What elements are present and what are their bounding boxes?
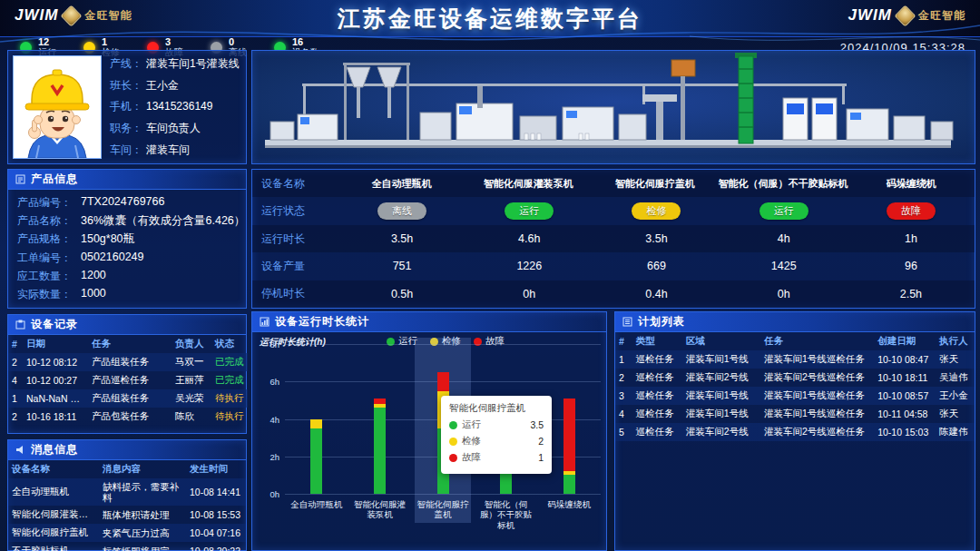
device-name-row: 设备名称 全自动理瓶机 智能化伺服灌装泵机 智能化伺服拧盖机 智能化（伺服）不干… <box>252 170 975 197</box>
product-info-panel: 产品信息 产品编号：7TX2024769766 产品名称：36%微囊（有效成分含… <box>7 169 247 309</box>
messages-titlebar: 消息信息 <box>8 440 246 460</box>
bar-segment-运行[interactable] <box>374 408 386 494</box>
document-icon <box>15 174 25 184</box>
bar-segment-故障[interactable] <box>564 398 575 471</box>
actual-qty-row: 实际数量：1000 <box>17 287 237 302</box>
brand-diamond-icon <box>894 5 916 26</box>
gridline <box>285 494 601 495</box>
status-badge: 运行 <box>505 202 554 220</box>
tooltip-row: 运行3.5 <box>449 418 544 431</box>
tooltip-fault-dot <box>449 454 457 462</box>
table-row: 3巡检任务灌装车间1号线灌装车间1号线巡检任务10-10 08:57王小金 <box>615 387 975 405</box>
downtime-row: 停机时长 0.5h 0h 0.4h 0h 2.5h <box>252 280 975 308</box>
y-tick-label: 4h <box>256 415 279 425</box>
x-axis-label: 全自动理瓶机 <box>287 499 347 509</box>
product-fields: 产品编号：7TX2024769766 产品名称：36%微囊（有效成分含量6.42… <box>8 190 246 308</box>
header-bar: JWIM 金旺智能 江苏金旺设备运维数字平台 JWIM 金旺智能 <box>0 0 980 37</box>
table-row: 1NaN-NaN NaN产品组装任务吴光荣待执行 <box>8 389 248 408</box>
jwim-logo: JWIM <box>848 6 892 25</box>
y-tick-label: 6h <box>256 377 279 387</box>
production-line-panel <box>251 50 975 164</box>
device-total-count: 16 <box>292 37 319 48</box>
status-badge: 故障 <box>887 202 936 220</box>
tooltip-row: 故障1 <box>449 451 544 464</box>
offline-count: 0 <box>229 37 247 48</box>
fault-count: 3 <box>165 37 183 48</box>
table-row: 2巡检任务灌装车间2号线灌装车间2号线巡检任务10-10 18:11吴迪伟 <box>615 369 975 387</box>
operator-leader-row: 班长：王小金 <box>110 80 241 92</box>
tooltip-maintenance-dot <box>449 438 457 446</box>
table-row: 410-12 00:27产品巡检任务王丽萍已完成 <box>8 371 248 389</box>
table-row: 全自动理瓶机缺料提示，需要补料10-08 14:41 <box>8 478 246 506</box>
x-axis-label: 码垛缠绕机 <box>539 499 599 509</box>
operator-fields: 产线：灌装车间1号灌装线 班长：王小金 手机：13415236149 职务：车间… <box>110 55 241 159</box>
bar-segment-故障[interactable] <box>374 398 386 404</box>
status-badge: 检修 <box>632 202 681 220</box>
plan-list-table: #类型区域任务创建日期执行人 1巡检任务灌装车间1号线灌装车间1号线巡检任务10… <box>615 332 975 441</box>
operator-card: 产线：灌装车间1号灌装线 班长：王小金 手机：13415236149 职务：车间… <box>7 50 247 164</box>
x-axis-label: 智能化（伺服）不干胶贴标机 <box>476 499 536 530</box>
product-name-row: 产品名称：36%微囊（有效成分含量6.426） <box>17 213 237 229</box>
product-info-title: 产品信息 <box>31 172 78 187</box>
run-status-row: 运行状态 离线 运行 检修 运行 故障 <box>252 197 975 224</box>
runtime-row: 运行时长 3.5h 4.6h 3.5h 4h 1h <box>252 225 975 252</box>
plan-list-title: 计划列表 <box>638 314 685 330</box>
device-records-titlebar: 设备记录 <box>8 315 246 335</box>
device-records-header: #日期任务负责人状态 <box>8 335 248 353</box>
status-badge: 运行 <box>760 202 808 220</box>
operator-workshop-row: 车间：灌装车间 <box>110 144 241 156</box>
x-axis-label: 智能化伺服拧盖机 <box>413 499 473 520</box>
planned-qty-row: 应工数量：1200 <box>17 269 237 284</box>
gridline <box>285 344 601 345</box>
bar-segment-运行[interactable] <box>564 475 575 494</box>
bar-segment-检修[interactable] <box>310 419 322 428</box>
brand-name: 金旺智能 <box>918 8 965 24</box>
operator-line-row: 产线：灌装车间1号灌装线 <box>110 58 241 70</box>
status-badge: 待执行 <box>211 408 248 426</box>
x-axis-label: 智能化伺服灌装泵机 <box>350 499 410 520</box>
table-row: 210-12 08:12产品组装任务马双一已完成 <box>8 353 248 371</box>
operator-phone-row: 手机：13415236149 <box>110 101 241 113</box>
y-tick-label: 8h <box>256 339 279 349</box>
status-badge: 已完成 <box>211 371 248 389</box>
messages-header: 设备名称消息内容发生时间 <box>8 460 246 478</box>
maintenance-count: 1 <box>102 37 120 48</box>
plan-list-header: #类型区域任务创建日期执行人 <box>615 332 975 350</box>
chart-plot-area[interactable]: 0h2h4h6h8h全自动理瓶机智能化伺服灌装泵机智能化伺服拧盖机智能化（伺服）… <box>252 312 608 551</box>
bar-segment-故障[interactable] <box>437 372 449 391</box>
table-row: 4巡检任务灌装车间1号线灌装车间1号线巡检任务10-11 04:58张天 <box>615 405 975 423</box>
table-row: 智能化伺服拧盖机夹紧气压力过高10-04 07:16 <box>8 524 246 542</box>
y-tick-label: 2h <box>256 452 279 462</box>
device-status-panel: 设备名称 全自动理瓶机 智能化伺服灌装泵机 智能化伺服拧盖机 智能化（伺服）不干… <box>251 169 975 309</box>
messages-table: 设备名称消息内容发生时间 全自动理瓶机缺料提示，需要补料10-08 14:41 … <box>8 460 246 551</box>
bar-segment-检修[interactable] <box>374 404 386 408</box>
plan-list-titlebar: 计划列表 <box>615 312 975 332</box>
table-row: 智能化伺服灌装泵机瓶体堆积请处理10-08 15:53 <box>8 506 246 524</box>
status-badge: 已完成 <box>211 353 248 371</box>
running-count: 12 <box>38 37 56 48</box>
worker-cartoon-illustration <box>14 56 101 158</box>
tooltip-title: 智能化伺服拧盖机 <box>449 402 544 415</box>
device-records-panel: 设备记录 #日期任务负责人状态 210-12 08:12产品组装任务马双一已完成… <box>7 314 247 434</box>
messages-title: 消息信息 <box>31 442 78 458</box>
y-tick-label: 0h <box>256 489 279 499</box>
bar-segment-运行[interactable] <box>310 428 322 494</box>
status-badge: 待执行 <box>211 389 248 408</box>
bar-segment-检修[interactable] <box>564 471 575 475</box>
device-records-title: 设备记录 <box>31 317 78 332</box>
clipboard-icon <box>15 320 25 330</box>
product-code-row: 产品编号：7TX2024769766 <box>17 195 237 211</box>
table-row: 5巡检任务灌装车间2号线灌装车间2号线巡检任务10-10 15:03陈建伟 <box>615 423 975 441</box>
chart-tooltip: 智能化伺服拧盖机 运行3.5 检修2 故障1 <box>441 396 552 474</box>
status-badge: 离线 <box>377 202 426 220</box>
table-row: 1巡检任务灌装车间1号线灌装车间1号线巡检任务10-10 08:47张天 <box>615 350 975 369</box>
runtime-chart-panel: 设备运行时长统计 运行时长统计(h) 运行 检修 故障 0h2h4h6h8h全自… <box>251 311 607 551</box>
product-spec-row: 产品规格：150g*80瓶 <box>17 231 237 247</box>
operator-role-row: 职务：车间负责人 <box>110 123 241 134</box>
work-order-row: 工单编号：0502160249 <box>17 251 237 266</box>
page-title: 江苏金旺设备运维数字平台 <box>0 4 980 34</box>
brand-right: JWIM 金旺智能 <box>848 6 965 25</box>
product-info-titlebar: 产品信息 <box>8 170 246 190</box>
table-row: 210-16 18:11产品包装任务陈欣待执行 <box>8 408 248 426</box>
messages-panel: 消息信息 设备名称消息内容发生时间 全自动理瓶机缺料提示，需要补料10-08 1… <box>7 439 247 551</box>
